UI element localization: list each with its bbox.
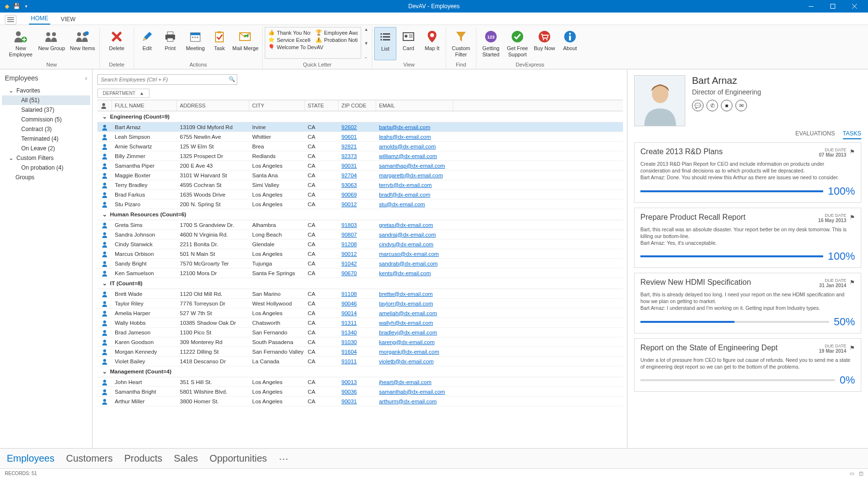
nav-groups[interactable]: Groups (2, 173, 90, 182)
cell-email[interactable]: sandraj@dx-email.com (376, 230, 453, 239)
cell-zip[interactable]: 92704 (339, 171, 376, 180)
table-row[interactable]: Sandra Johnson4600 N Virginia Rd.Long Be… (97, 230, 623, 239)
quick-letter-gallery[interactable]: 👍Thank You Note 🏆Employee Award ⭐Service… (265, 27, 361, 59)
cell-email[interactable]: ameliah@dx-email.com (376, 308, 453, 318)
view-list-button[interactable]: List (374, 27, 396, 60)
nav-favorites[interactable]: ⌄Favorites (2, 86, 90, 95)
cell-email[interactable]: brettw@dx-email.com (376, 289, 453, 298)
nav-item[interactable]: Commission (5) (2, 115, 90, 124)
col-fullname[interactable]: FULL NAME (112, 100, 177, 111)
cell-email[interactable]: marcuso@dx-email.com (376, 249, 453, 258)
custom-filter-button[interactable]: Custom Filter (448, 27, 474, 60)
cell-zip[interactable]: 91340 (339, 328, 376, 337)
mail-merge-button[interactable]: Mail Merge (231, 27, 260, 60)
task-button[interactable]: Task (209, 27, 230, 60)
table-row[interactable]: Marcus Orbison501 N Main StLos AngelesCA… (97, 249, 623, 259)
edit-button[interactable]: Edit (136, 27, 158, 60)
table-row[interactable]: Samantha Piper200 E Ave 43Los AngelesCA9… (97, 161, 623, 171)
gallery-scroll[interactable]: ▲▼⌄ (362, 27, 370, 60)
task-card[interactable]: Prepare Product Recall ReportDUE DATE16 … (634, 208, 861, 268)
table-row[interactable]: Samantha Bright5801 Wilshire Blvd.Los An… (97, 387, 623, 397)
maximize-button[interactable] (822, 0, 843, 13)
group-row[interactable]: ⌄ IT (Count=8) (97, 278, 623, 289)
cell-zip[interactable]: 90807 (339, 230, 376, 239)
cell-email[interactable]: gretas@dx-email.com (376, 220, 453, 229)
cell-zip[interactable]: 92373 (339, 151, 376, 160)
cell-email[interactable]: kents@dx-email.com (376, 268, 453, 278)
task-card[interactable]: Review New HDMI SpecificationDUE DATE31 … (634, 273, 861, 333)
nav-item[interactable]: Salaried (37) (2, 105, 90, 115)
cell-email[interactable]: bradleyj@dx-email.com (376, 328, 453, 337)
cell-zip[interactable]: 91108 (339, 289, 376, 298)
cell-zip[interactable]: 91042 (339, 259, 376, 268)
search-input[interactable] (97, 74, 237, 85)
cell-zip[interactable]: 91030 (339, 337, 376, 346)
cell-zip[interactable]: 91803 (339, 220, 376, 229)
col-address[interactable]: ADDRESS (177, 100, 249, 111)
col-person[interactable] (97, 100, 112, 111)
table-row[interactable]: Terry Bradley4595 Cochran StSimi ValleyC… (97, 180, 623, 190)
cell-email[interactable]: stu@dx-email.com (376, 199, 453, 209)
task-card[interactable]: Create 2013 R&D PlansDUE DATE07 Mar 2013… (634, 142, 861, 203)
nav-item[interactable]: All (51) (2, 95, 90, 105)
cell-email[interactable]: samanthab@dx-email.com (376, 387, 453, 396)
cell-email[interactable]: samanthap@dx-email.com (376, 161, 453, 170)
cell-zip[interactable]: 92602 (339, 122, 376, 132)
cell-email[interactable]: wallyh@dx-email.com (376, 318, 453, 327)
table-row[interactable]: Bart Arnaz13109 Old Myford RdIrvineCA926… (97, 122, 623, 132)
minimize-button[interactable] (800, 0, 822, 13)
table-row[interactable]: Morgan Kennedy11222 Dilling StSan Fernan… (97, 347, 623, 357)
nav-item[interactable]: Contract (3) (2, 124, 90, 134)
nav-custom-filters[interactable]: ⌄Custom Filters (2, 153, 90, 163)
cell-zip[interactable]: 90046 (339, 299, 376, 308)
status-layout-split-icon[interactable]: ◫ (859, 471, 863, 476)
view-map-button[interactable]: Map It (420, 27, 444, 60)
group-row[interactable]: ⌄ Human Resources (Count=6) (97, 209, 623, 220)
cell-email[interactable]: bradf@dx-email.com (376, 190, 453, 199)
new-group-button[interactable]: New Group (37, 27, 67, 60)
detail-tab-evaluations[interactable]: EVALUATIONS (795, 130, 835, 139)
about-button[interactable]: About (558, 27, 582, 60)
mail-icon[interactable]: ✉ (735, 100, 747, 111)
table-row[interactable]: Stu Pizaro200 N. Spring StLos AngelesCA9… (97, 199, 623, 209)
table-row[interactable]: Leah Simpson6755 Newlin AveWhittierCA906… (97, 132, 623, 142)
cell-email[interactable]: leahs@dx-email.com (376, 132, 453, 141)
group-by-tag[interactable]: DEPARTMENT▲ (97, 89, 149, 98)
col-state[interactable]: STATE (305, 100, 339, 111)
col-email[interactable]: EMAIL (376, 100, 453, 111)
video-icon[interactable]: ■ (721, 100, 732, 111)
table-row[interactable]: Cindy Stanwick2211 Bonita Dr.GlendaleCA9… (97, 239, 623, 249)
table-row[interactable]: Greta Sims1700 S Grandview Dr.AlhambraCA… (97, 220, 623, 230)
group-row[interactable]: ⌄ Management (Count=4) (97, 366, 623, 377)
chat-icon[interactable]: 💬 (692, 100, 704, 111)
cell-zip[interactable]: 91208 (339, 239, 376, 249)
nav-item[interactable]: Terminated (4) (2, 134, 90, 144)
collapse-nav-icon[interactable]: ‹ (85, 74, 87, 82)
tab-home[interactable]: HOME (29, 13, 50, 25)
cell-email[interactable]: terryb@dx-email.com (376, 180, 453, 189)
bottom-products[interactable]: Products (124, 453, 163, 464)
cell-email[interactable]: jheart@dx-email.com (376, 377, 453, 386)
bottom-customers[interactable]: Customers (66, 453, 113, 464)
table-row[interactable]: Brett Wade1120 Old Mill Rd.San MarinoCA9… (97, 289, 623, 299)
qat-dropdown-icon[interactable]: ▾ (22, 2, 30, 10)
new-items-button[interactable]: New Items (68, 27, 97, 60)
table-row[interactable]: Wally Hobbs10385 Shadow Oak DrChatsworth… (97, 318, 623, 328)
cell-email[interactable]: arthurm@dx-email.com (376, 397, 453, 406)
group-row[interactable]: ⌄ Engineering (Count=9) (97, 111, 623, 122)
cell-zip[interactable]: 90036 (339, 387, 376, 396)
file-menu-button[interactable] (5, 15, 16, 25)
cell-zip[interactable]: 90012 (339, 249, 376, 258)
cell-zip[interactable]: 90014 (339, 308, 376, 318)
cell-email[interactable]: sandrab@dx-email.com (376, 259, 453, 268)
phone-icon[interactable]: ✆ (706, 100, 718, 111)
cell-email[interactable]: margaretb@dx-email.com (376, 171, 453, 180)
table-row[interactable]: Amelia Harper527 W 7th StLos AngelesCA90… (97, 308, 623, 318)
table-row[interactable]: Arthur Miller3800 Homer St.Los AngelesCA… (97, 397, 623, 406)
table-row[interactable]: Arnie Schwartz125 W Elm StBreaCA92821arn… (97, 142, 623, 151)
getting-started-button[interactable]: 123 Getting Started (478, 27, 503, 60)
view-card-button[interactable]: Card (397, 27, 420, 60)
detail-tab-tasks[interactable]: TASKS (843, 130, 861, 139)
cell-zip[interactable]: 91011 (339, 357, 376, 366)
bottom-employees[interactable]: Employees (7, 453, 54, 464)
